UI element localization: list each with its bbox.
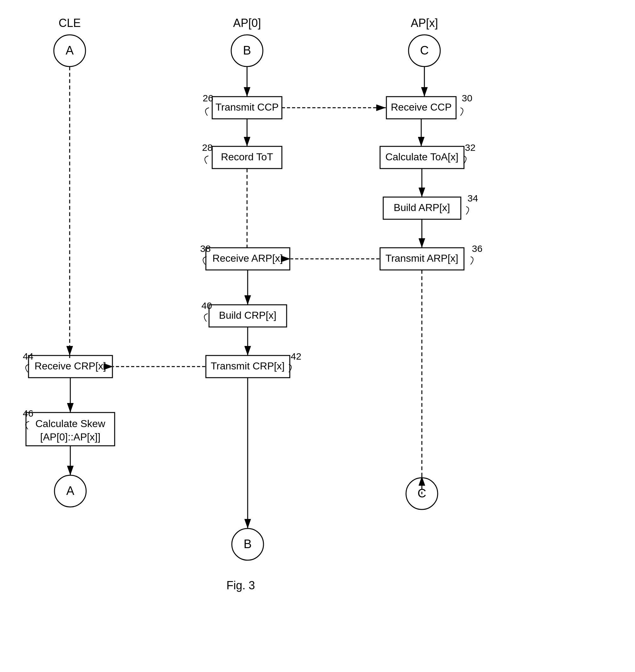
calc-skew-label1: Calculate Skew bbox=[36, 418, 106, 429]
step-44: 44 bbox=[23, 351, 33, 362]
transmit-ccp-label: Transmit CCP bbox=[215, 101, 279, 113]
bracket-40 bbox=[204, 314, 208, 322]
step-36: 36 bbox=[472, 243, 482, 254]
step-46: 46 bbox=[23, 408, 33, 418]
receive-arp-label: Receive ARP[x] bbox=[213, 253, 283, 264]
build-arp-label: Build ARP[x] bbox=[394, 202, 450, 213]
receive-ccp-label: Receive CCP bbox=[391, 101, 452, 113]
receive-crp-label: Receive CRP[x] bbox=[35, 360, 106, 372]
bracket-26 bbox=[205, 108, 209, 116]
bracket-36 bbox=[470, 257, 473, 264]
step-30: 30 bbox=[462, 93, 472, 103]
bot-circle-c-label: C bbox=[417, 487, 426, 500]
lane-ap0-label: AP[0] bbox=[233, 17, 261, 29]
transmit-crp-label: Transmit CRP[x] bbox=[211, 360, 285, 372]
top-circle-a-label: A bbox=[66, 44, 74, 57]
bot-circle-a-label: A bbox=[66, 484, 74, 497]
calc-toa-label: Calculate ToA[x] bbox=[386, 151, 459, 162]
record-tot-label: Record ToT bbox=[221, 151, 273, 162]
build-crp-label: Build CRP[x] bbox=[219, 309, 276, 321]
figure-caption: Fig. 3 bbox=[226, 579, 255, 592]
step-34: 34 bbox=[467, 193, 478, 203]
step-28: 28 bbox=[202, 142, 213, 153]
bracket-34 bbox=[466, 207, 469, 215]
step-42: 42 bbox=[291, 351, 301, 362]
diagram-container: CLE AP[0] AP[x] A B C 26 Transmit CCP Re… bbox=[0, 0, 635, 672]
lane-cle-label: CLE bbox=[59, 17, 81, 29]
step-38: 38 bbox=[200, 243, 211, 254]
step-40: 40 bbox=[201, 300, 212, 311]
bracket-28 bbox=[205, 156, 209, 164]
step-26: 26 bbox=[203, 93, 213, 103]
lane-apx-label: AP[x] bbox=[411, 17, 438, 29]
transmit-arp-label: Transmit ARP[x] bbox=[386, 253, 458, 264]
bracket-30 bbox=[460, 108, 463, 116]
top-circle-b-label: B bbox=[243, 44, 251, 57]
step-32: 32 bbox=[465, 142, 475, 153]
top-circle-c-label: C bbox=[420, 44, 429, 57]
calc-skew-label2: [AP[0]::AP[x]] bbox=[40, 431, 101, 442]
bot-circle-b-label: B bbox=[244, 537, 251, 551]
